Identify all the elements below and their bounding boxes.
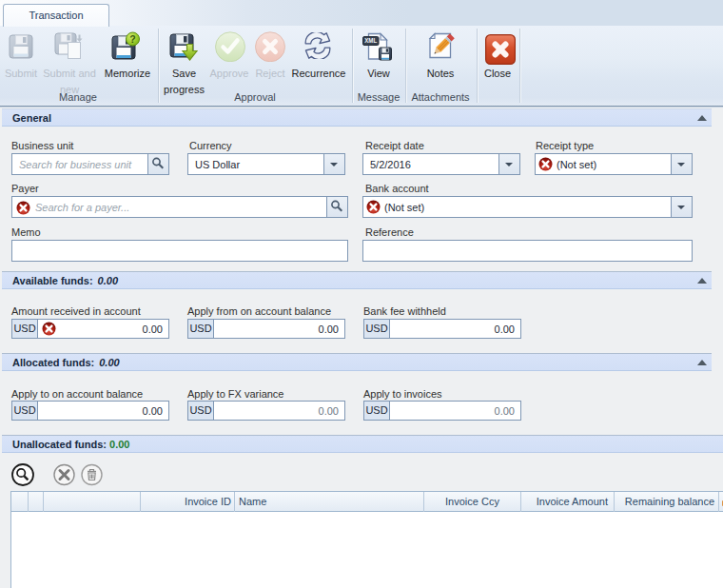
svg-text:?: ? — [129, 33, 135, 45]
svg-text:XML: XML — [364, 37, 378, 44]
